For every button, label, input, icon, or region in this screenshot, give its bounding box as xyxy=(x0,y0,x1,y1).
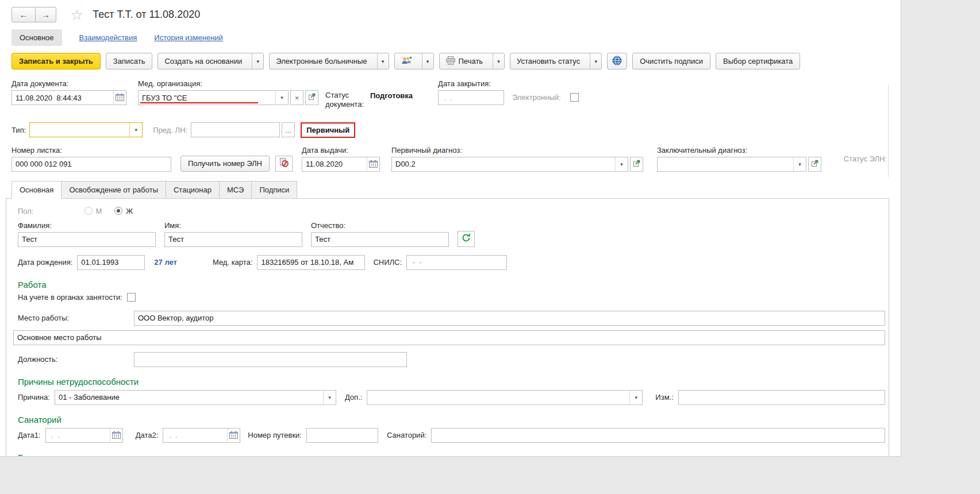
set-status-dropdown[interactable]: ▾ xyxy=(590,53,601,69)
subtab-main[interactable]: Основная xyxy=(11,181,62,199)
choose-certificate-button[interactable]: Выбор сертификата xyxy=(716,53,800,70)
sheet-number-input[interactable] xyxy=(12,157,171,171)
electronic-sick-notes-dropdown[interactable]: ▾ xyxy=(377,53,389,69)
subtab-work-release[interactable]: Освобождение от работы xyxy=(62,181,166,199)
position-input[interactable] xyxy=(134,353,406,366)
change-input[interactable] xyxy=(679,391,885,404)
close-date-input[interactable] xyxy=(439,91,504,105)
create-on-basis-dropdown[interactable]: ▾ xyxy=(252,53,263,69)
save-and-close-button[interactable]: Записать и закрыть xyxy=(11,53,101,70)
additional-dropdown-button[interactable]: ▾ xyxy=(629,391,642,404)
sanatorium-name-input[interactable] xyxy=(432,429,885,442)
back-button[interactable]: ← xyxy=(11,7,36,22)
cancel-eln-button[interactable] xyxy=(275,156,293,172)
sanatorium-date2-input[interactable] xyxy=(163,429,227,442)
issue-date-calendar-button[interactable] xyxy=(367,157,379,171)
final-diagnosis-dropdown-button[interactable]: ▾ xyxy=(793,157,806,171)
save-button[interactable]: Записать xyxy=(106,53,153,70)
primary-diagnosis-open-button[interactable] xyxy=(630,157,643,172)
chevron-down-icon: ▾ xyxy=(635,395,638,400)
med-organization-dropdown-button[interactable]: ▾ xyxy=(275,91,288,105)
lastname-input[interactable] xyxy=(18,233,155,246)
electronic-sick-notes-label[interactable]: Электронные больничные xyxy=(270,53,373,69)
primary-diagnosis-dropdown-button[interactable]: ▾ xyxy=(615,157,628,171)
birthdate-row: Дата рождения: 27 лет Мед. карта: СНИЛС: xyxy=(18,255,886,270)
refresh-person-button[interactable] xyxy=(458,231,475,247)
workplace-input[interactable] xyxy=(134,311,885,325)
lastname-label: Фамилия: xyxy=(18,221,156,230)
document-date-calendar-button[interactable] xyxy=(113,91,126,105)
gender-label: Пол: xyxy=(18,207,34,215)
sanatorium-date1-calendar-button[interactable] xyxy=(110,429,122,442)
birthdate-label: Дата рождения: xyxy=(18,258,72,267)
subtab-mse[interactable]: МСЭ xyxy=(220,181,252,199)
set-status-label[interactable]: Установить статус xyxy=(510,53,586,69)
subtab-signatures[interactable]: Подписи xyxy=(252,181,297,199)
electronic-sick-notes-button[interactable]: Электронные больничные ▾ xyxy=(269,53,389,70)
sanatorium-date1-input[interactable] xyxy=(46,429,110,442)
page-title: Тест Т.Т. от 11.08.2020 xyxy=(93,9,200,21)
set-status-button[interactable]: Установить статус ▾ xyxy=(510,53,602,70)
fio-row: Фамилия: Имя: Отчество: xyxy=(18,221,886,247)
final-diagnosis-open-button[interactable] xyxy=(808,157,821,172)
electronic-checkbox[interactable] xyxy=(570,93,579,102)
med-organization-clear-button[interactable]: × xyxy=(290,90,303,105)
med-organization-open-button[interactable] xyxy=(305,90,318,105)
print-dropdown[interactable]: ▾ xyxy=(493,53,504,69)
incapacity-section-header: Причины нетрудоспособности xyxy=(18,377,889,387)
reason-dropdown-button[interactable]: ▾ xyxy=(323,391,336,404)
ellipsis-icon: ... xyxy=(285,126,291,134)
gender-female-label: Ж xyxy=(126,207,133,215)
additional-input[interactable] xyxy=(367,391,629,404)
tab-interactions[interactable]: Взаимодействия xyxy=(79,33,137,42)
birthdate-input[interactable] xyxy=(78,256,144,269)
employment-office-checkbox[interactable] xyxy=(127,293,136,302)
prev-ln-input[interactable] xyxy=(191,123,279,137)
refresh-icon xyxy=(462,233,471,244)
med-card-input[interactable] xyxy=(258,256,364,269)
document-date-input[interactable] xyxy=(12,91,113,105)
issue-date-input[interactable] xyxy=(302,157,367,171)
reason-input[interactable] xyxy=(55,391,323,404)
chevron-down-icon: ▾ xyxy=(280,95,283,101)
workplace-kind-input[interactable] xyxy=(14,331,885,345)
web-service-button[interactable] xyxy=(607,53,627,70)
snils-input[interactable] xyxy=(407,256,506,269)
chevron-down-icon: ▾ xyxy=(798,161,801,167)
gender-female-radio[interactable] xyxy=(114,207,122,215)
nav-tabs: Основное Взаимодействия История изменени… xyxy=(0,29,901,46)
primary-diagnosis-field: Первичный диагноз: ▾ xyxy=(391,146,643,172)
type-input[interactable] xyxy=(30,123,129,137)
tab-main[interactable]: Основное xyxy=(11,29,62,46)
get-eln-number-button[interactable]: Получить номер ЭЛН xyxy=(180,156,270,172)
form-splitter[interactable] xyxy=(888,85,889,177)
printer-icon xyxy=(446,56,455,67)
gender-male-radio[interactable] xyxy=(84,207,93,215)
subtab-hospital[interactable]: Стационар xyxy=(166,181,220,199)
clear-signatures-button[interactable]: Очистить подписи xyxy=(632,53,710,70)
print-main[interactable]: Печать xyxy=(440,53,490,69)
middlename-input[interactable] xyxy=(312,233,448,246)
print-button[interactable]: Печать ▾ xyxy=(439,53,505,70)
favorite-star-icon[interactable]: ☆ xyxy=(70,7,83,22)
prev-ln-more-button[interactable]: ... xyxy=(282,122,295,137)
create-on-basis-button[interactable]: Создать на основании ▾ xyxy=(157,53,264,70)
voucher-number-input[interactable] xyxy=(307,429,378,442)
open-icon xyxy=(308,93,316,102)
add-users-main[interactable] xyxy=(395,53,418,69)
primary-diagnosis-label: Первичный диагноз: xyxy=(391,146,643,155)
sanatorium-date2-calendar-button[interactable] xyxy=(227,429,240,442)
firstname-input[interactable] xyxy=(165,233,302,246)
add-users-icon xyxy=(401,56,412,67)
med-organization-field: Мед. организация: ▾ × xyxy=(138,79,318,105)
tab-change-history[interactable]: История изменений xyxy=(154,33,223,42)
final-diagnosis-input[interactable] xyxy=(658,157,793,171)
add-users-dropdown[interactable]: ▾ xyxy=(422,53,433,69)
create-on-basis-label[interactable]: Создать на основании xyxy=(158,53,248,69)
document-header-row-1: Дата документа: Мед. организация: ▾ × xyxy=(0,79,901,112)
primary-diagnosis-input[interactable] xyxy=(392,157,615,171)
type-dropdown-button[interactable]: ▾ xyxy=(129,123,142,137)
forward-button[interactable]: → xyxy=(36,7,56,22)
voucher-number-label: Номер путевки: xyxy=(248,431,302,439)
add-users-button[interactable]: ▾ xyxy=(394,53,434,70)
